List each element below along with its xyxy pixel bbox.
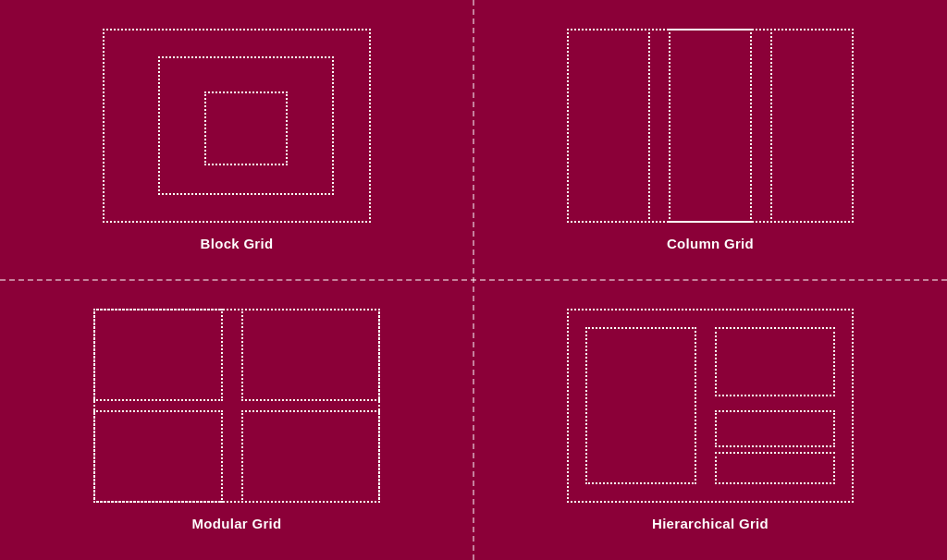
hierarchical-grid-left-block [585, 327, 696, 484]
column-grid-col2 [669, 29, 752, 223]
modular-grid-label: Modular Grid [192, 516, 282, 531]
column-grid-quadrant: Column Grid [474, 0, 947, 280]
block-grid-quadrant: Block Grid [0, 0, 474, 280]
hierarchical-grid-label: Hierarchical Grid [652, 516, 769, 531]
column-grid-col3 [770, 29, 854, 223]
modular-grid-cell-3 [93, 410, 223, 503]
modular-grid-cell-1 [93, 309, 223, 401]
modular-grid-diagram [93, 309, 380, 503]
hierarchical-grid-bottom-right-2 [715, 452, 835, 484]
block-grid-diagram [103, 29, 371, 223]
column-grid-col1 [567, 29, 650, 223]
modular-grid-cell-2 [241, 309, 380, 401]
block-grid-label: Block Grid [201, 236, 274, 251]
hierarchical-grid-quadrant: Hierarchical Grid [474, 280, 947, 560]
horizontal-divider [0, 279, 947, 281]
hierarchical-grid-top-right [715, 327, 835, 396]
column-grid-label: Column Grid [667, 236, 754, 251]
hierarchical-grid-diagram [567, 309, 854, 503]
main-container: Block Grid Column Grid Modular Grid [0, 0, 947, 560]
modular-grid-quadrant: Modular Grid [0, 280, 474, 560]
block-grid-inner-box [204, 91, 288, 165]
hierarchical-grid-bottom-right-1 [715, 410, 835, 447]
column-grid-diagram [567, 29, 854, 223]
modular-grid-cell-4 [241, 410, 380, 503]
